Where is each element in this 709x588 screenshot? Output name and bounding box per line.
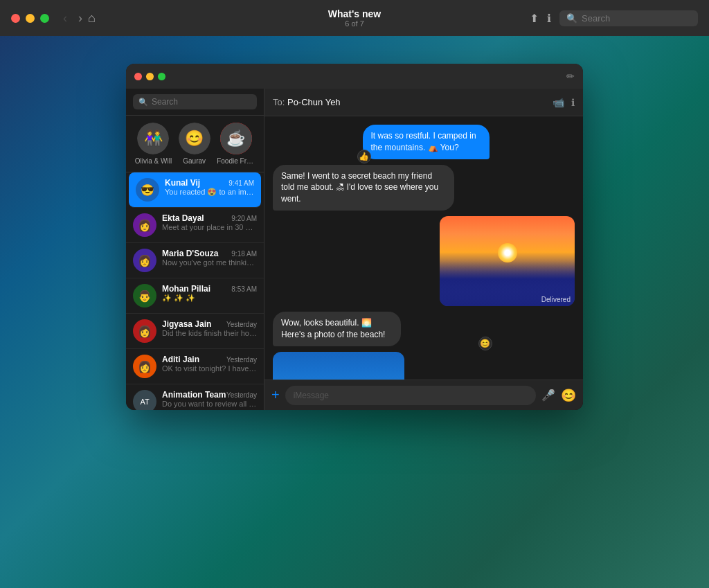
window-title: What's new 6 of 7 [328,8,381,28]
conv-item-aditi[interactable]: 👩 Aditi Jain Yesterday OK to visit tonig… [126,349,264,384]
conv-name-ekta: Ekta Dayal [162,213,204,223]
pinned-contact-gaurav[interactable]: 😊 Gaurav [179,123,210,165]
conv-avatar-maria: 👩 [133,249,156,272]
conv-preview-animation: Do you want to review all the renders to… [162,400,257,408]
messages-titlebar: ✏ [126,64,583,89]
search-bar[interactable]: 🔍 [559,10,698,26]
conv-info-mohan: Mohan Pillai 8:53 AM ✨ ✨ ✨ [162,284,257,303]
msg-row-received-1: Same! I went to a secret beach my friend… [273,165,575,211]
chat-area: To: Po-Chun Yeh 📹 ℹ It was so restful. I… [264,89,583,410]
msg-bubble-received-2: Wow, looks beautiful. 🌅 Here's a photo o… [273,312,401,346]
msg-row-sent-image: Delivered [273,216,575,306]
conv-avatar-aditi: 👩 [133,355,156,378]
details-icon[interactable]: ℹ [571,97,575,108]
conv-name-maria: Maria D'Souza [162,249,219,258]
conv-time-maria: 9:18 AM [231,250,257,258]
msg-bubble-sent-1: It was so restful. I camped in the mount… [363,125,490,159]
chat-messages: It was so restful. I camped in the mount… [264,116,583,380]
conv-time-mohan: 8:53 AM [231,285,257,293]
chat-input-bar: + iMessage 🎤 😊 [264,380,583,410]
chat-header: To: Po-Chun Yeh 📹 ℹ [264,89,583,116]
conv-name-aditi: Aditi Jain [162,355,199,364]
conv-name-mohan: Mohan Pillai [162,284,210,294]
video-icon[interactable]: 📹 [553,97,564,108]
sidebar-search-input[interactable] [152,97,251,107]
bubble-wrapper-2: Wow, looks beautiful. 🌅 Here's a photo o… [273,312,487,346]
pinned-avatar-olivia: 👫 [137,123,169,154]
conv-name-jigyasa: Jigyasa Jain [162,319,211,329]
home-button[interactable]: ⌂ [88,11,96,26]
conv-time-kunal: 9:41 AM [228,179,254,187]
message-input[interactable]: iMessage [285,386,536,405]
conv-preview-kunal: You reacted 😍 to an image [165,188,254,197]
conv-info-kunal: Kunal Vij 9:41 AM You reacted 😍 to an im… [165,178,254,197]
audio-icon[interactable]: 🎤 [541,389,555,402]
search-box[interactable]: 🔍 [133,94,257,109]
bubble-wrapper-1: It was so restful. I camped in the mount… [363,125,575,159]
search-icon: 🔍 [566,13,577,24]
sun-element [498,243,517,262]
maximize-button[interactable] [40,14,49,23]
share-icon[interactable]: ⬆ [530,12,539,25]
conv-info-jigyasa: Jigyasa Jain Yesterday Did the kids fini… [162,319,257,337]
pinned-label-foodie: Foodie Friends [217,157,255,165]
conv-item-mohan[interactable]: 👨 Mohan Pillai 8:53 AM ✨ ✨ ✨ [126,278,264,314]
sidebar-search: 🔍 [126,89,264,116]
compose-icon[interactable]: ✏ [566,71,575,82]
conv-info-maria: Maria D'Souza 9:18 AM Now you've got me … [162,249,257,267]
main-content: ✏ 🔍 👫 Olivia & Will [0,36,709,588]
messages-window: ✏ 🔍 👫 Olivia & Will [126,64,583,410]
input-placeholder: iMessage [294,391,329,400]
msg-row-received-2: Wow, looks beautiful. 🌅 Here's a photo o… [273,312,575,346]
info-icon[interactable]: ℹ [547,12,551,25]
back-button[interactable]: ‹ [60,10,70,27]
msg-traffic-lights [134,73,165,80]
pinned-contact-olivia[interactable]: 👫 Olivia & Will [135,123,172,165]
msg-row-beach-image [273,352,575,380]
conv-avatar-ekta: 👩 [133,213,156,237]
titlebar-right: ⬆ ℹ 🔍 [530,10,698,26]
conv-avatar-jigyasa: 👩 [133,319,156,343]
msg-bubble-received-1: Same! I went to a secret beach my friend… [273,165,454,211]
add-attachment-icon[interactable]: + [271,387,280,403]
conv-info-aditi: Aditi Jain Yesterday OK to visit tonight… [162,355,257,373]
conv-time-ekta: 9:20 AM [231,215,257,222]
conv-item-ekta[interactable]: 👩 Ekta Dayal 9:20 AM Meet at your place … [126,208,264,243]
msg-close[interactable] [134,73,142,80]
pinned-avatar-foodie: ☕ [220,123,252,154]
title-bar: ‹ › ⌂ What's new 6 of 7 ⬆ ℹ 🔍 [0,0,709,36]
conv-avatar-animation: AT [133,390,156,410]
conv-preview-aditi: OK to visit tonight? I have some things … [162,364,257,373]
forward-button[interactable]: › [75,10,85,27]
conv-item-maria[interactable]: 👩 Maria D'Souza 9:18 AM Now you've got m… [126,243,264,278]
conv-avatar-mohan: 👨 [133,284,156,308]
conv-item-animation[interactable]: AT Animation Team Yesterday Do you want … [126,384,264,410]
subtitle-text: 6 of 7 [328,19,381,28]
msg-minimize[interactable] [146,73,154,80]
messages-sidebar: 🔍 👫 Olivia & Will 😊 [126,89,264,410]
conv-info-ekta: Ekta Dayal 9:20 AM Meet at your place in… [162,213,257,232]
conversation-list: 😎 Kunal Vij 9:41 AM You reacted 😍 to an … [126,172,264,410]
pinned-contact-foodie[interactable]: ☕ Foodie Friends [217,123,255,165]
conv-time-animation: Yesterday [226,391,257,399]
emoji-picker-icon[interactable]: 😊 [561,388,576,403]
messages-body: 🔍 👫 Olivia & Will 😊 [126,89,583,410]
msg-maximize[interactable] [158,73,165,80]
nav-buttons: ‹ › [60,10,85,27]
minimize-button[interactable] [26,14,35,23]
beach-image[interactable] [273,352,404,380]
search-input[interactable] [582,13,691,24]
pinned-label-gaurav: Gaurav [183,157,206,165]
conv-avatar-kunal: 😎 [136,178,159,202]
close-button[interactable] [11,14,20,23]
conv-time-aditi: Yesterday [226,356,257,364]
pinned-avatar-gaurav: 😊 [179,123,210,154]
conv-name-kunal: Kunal Vij [165,178,200,188]
sunset-image[interactable] [440,216,575,306]
conv-preview-jigyasa: Did the kids finish their homework? [162,329,257,337]
conv-item-jigyasa[interactable]: 👩 Jigyasa Jain Yesterday Did the kids fi… [126,314,264,349]
conv-info-animation: Animation Team Yesterday Do you want to … [162,390,257,408]
conv-time-jigyasa: Yesterday [226,321,257,328]
traffic-lights [11,14,49,23]
conv-item-kunal[interactable]: 😎 Kunal Vij 9:41 AM You reacted 😍 to an … [129,172,261,208]
